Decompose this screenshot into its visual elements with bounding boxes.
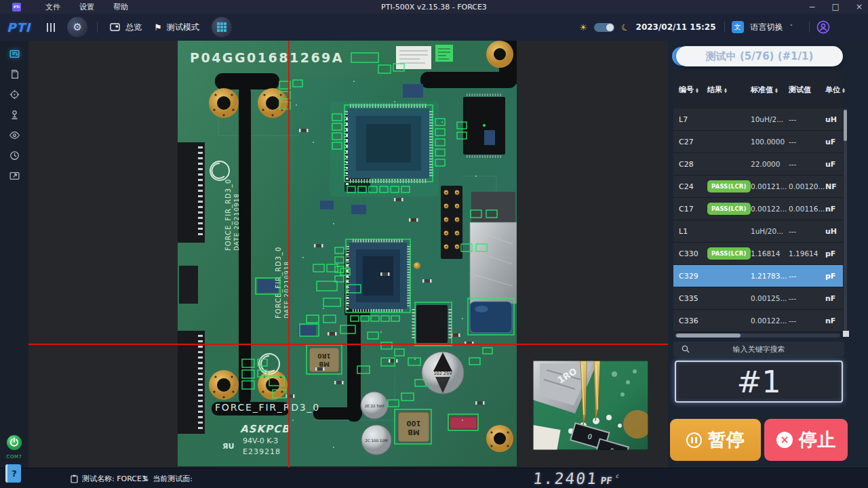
toolbar-separator [809,22,810,33]
secondary-chip [348,241,409,310]
board-lot-code: E239218 [243,447,281,456]
table-vertical-scrollbar[interactable] [844,108,847,332]
maximize-button[interactable]: □ [832,2,840,12]
ul-mark: ЯU [222,442,234,451]
test-value: --- [789,227,825,235]
sort-arrows-icon[interactable]: ▲▼ [724,87,727,93]
updown-icon: ⇅ [142,474,149,483]
column-header[interactable]: 测试值 [789,85,825,95]
component-id: L7 [679,115,707,124]
measurement-display: 1.2401 PF c [532,468,620,488]
test-mode-button[interactable]: ⚑ 测试模式 [154,22,199,33]
menu-help[interactable]: 帮助 [113,2,128,12]
standard-value: 10uH/2... [751,115,789,123]
test-value: 0.00116... [789,205,825,213]
column-header[interactable]: 结果▲▼ [707,85,751,95]
board-vendor: ASKPCB [240,423,290,435]
scroll-thumb[interactable] [676,333,741,338]
test-value: 1.19614 [789,249,825,258]
result-table-body: L710uH/2...---uHC27100.0000---uFC2822.00… [673,108,843,332]
table-row[interactable]: C3350.00125...---nF [673,287,843,310]
window-controls: − □ × [809,0,863,14]
table-horizontal-scrollbar[interactable] [675,333,840,338]
close-button[interactable]: × [856,2,863,12]
standard-value: 0.00122... [751,205,789,213]
column-header[interactable]: 单位▲▼ [825,85,848,95]
test-value: --- [789,317,825,325]
com-port-icon [6,434,22,451]
column-header[interactable]: 编号▲▼ [679,85,707,95]
standard-value: 1.16814 [751,249,789,258]
result-cell: PASS(LCR) [707,247,751,260]
column-header[interactable]: 标准值▲▼ [751,85,789,95]
sidebar-item-screen-cast[interactable] [0,165,28,186]
board-name-vertical: FORCE_FIR_RD3_0 [224,179,233,251]
com-port-indicator[interactable]: COM7 [0,434,28,460]
pause-icon [686,432,702,448]
test-value: --- [789,160,825,168]
scroll-thumb[interactable] [844,110,847,141]
sidebar-item-board-view[interactable] [0,43,28,64]
stop-button[interactable]: × 停止 [764,419,848,461]
standard-value: 100.0000 [751,138,789,146]
collapse-menu-icon[interactable] [47,23,55,32]
test-status-pill: 测试中 (5/76) (#1/1) [676,46,843,66]
test-name-item: 测试名称: FORCE3 [71,468,146,488]
pcb-photo[interactable]: 102 25V 2E 22 50H 2C 100 10M MB 1R0 MB 1… [178,41,517,466]
target-icon [9,89,20,100]
joystick-icon [9,109,20,121]
cap-marking: 102 25V [433,371,452,376]
test-value: --- [789,115,825,123]
board-name-vertical: FORCE_FIR_RD3_0 [275,247,283,319]
test-name-label: 测试名称: FORCE3 [82,474,146,484]
settings-gear-button[interactable]: ⚙ [67,17,87,37]
pause-button[interactable]: 暂停 [670,419,761,461]
table-row[interactable]: C3291.21783...---pF [673,265,843,287]
component-id: C27 [679,138,707,146]
help-manual-button[interactable]: ? [5,464,21,483]
standard-value: 0.00121... [751,182,789,190]
circuit-board-icon [9,48,20,60]
component-id: L1 [679,227,707,236]
stop-label: 停止 [799,428,835,452]
metal-shield [470,192,517,304]
pass-badge: PASS(LCR) [707,180,751,192]
user-avatar[interactable] [816,20,830,34]
theme-toggle[interactable] [594,23,614,32]
sort-arrows-icon[interactable]: ▲▼ [696,87,698,93]
component-id: C335 [679,294,707,303]
board-name: FORCE_FIR_RD3_0 [215,402,320,413]
table-row[interactable]: C330PASS(LCR)1.168141.19614pF [673,243,843,265]
table-row[interactable]: C2822.0000---uF [673,153,843,176]
menu-settings[interactable]: 设置 [79,2,94,12]
table-row[interactable]: C3360.00122...---nF [673,310,843,332]
table-row[interactable]: C27100.0000---uF [673,131,843,153]
table-row[interactable]: L11uH/20...---uH [673,220,843,243]
current-side-item: ⇅ 当前测试面: [142,468,193,488]
crosshair-horizontal [28,344,668,345]
sidebar-item-inspection[interactable] [0,125,28,145]
table-row[interactable]: C24PASS(LCR)0.00121...0.00120...NF [673,176,843,198]
minimize-button[interactable]: − [809,2,816,12]
crosshair-vertical [288,41,290,468]
sidebar-item-save-card[interactable] [0,64,28,84]
screen-share-icon [9,170,20,182]
application-window: PTI 文件 设置 帮助 PTI-500X v2.15.38 - FORCE3 … [0,0,868,488]
menu-file[interactable]: 文件 [45,2,60,12]
language-switch-button[interactable]: 语言切换 [751,22,783,33]
soic-chip [414,305,450,343]
inductor-label: MB [319,361,330,367]
sidebar-item-manual-control[interactable] [0,104,28,125]
inductor-label: MB [408,428,420,436]
sort-arrows-icon[interactable]: ▲▼ [842,87,845,93]
sidebar-item-calibration[interactable] [0,84,28,104]
table-row[interactable]: C17PASS(LCR)0.00122...0.00116...nF [673,198,843,220]
grid-view-button[interactable] [212,17,232,37]
table-row[interactable]: L710uH/2...---uH [673,108,843,131]
search-input[interactable] [673,345,844,354]
measurement-unit: PF [600,475,613,486]
camera-viewport[interactable]: 102 25V 2E 22 50H 2C 100 10M MB 1R0 MB 1… [28,41,668,468]
overview-button[interactable]: 总览 [110,22,142,33]
sort-arrows-icon[interactable]: ▲▼ [775,87,778,93]
sidebar-item-history[interactable] [0,145,28,165]
